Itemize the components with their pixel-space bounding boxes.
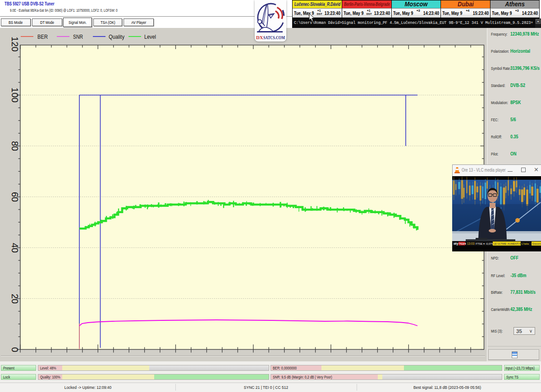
svg-text:13:03: 13:03 [467,242,475,245]
svg-text:L'Italia: L'Italia [522,242,529,245]
svg-text:0: 0 [10,347,20,352]
svg-text:FTSE ▾ -0,07%: FTSE ▾ -0,07% [476,242,494,245]
svg-text:Gravem.: Gravem. [532,242,541,245]
svg-text:Level: Level [144,34,156,40]
svg-text:TG24: TG24 [459,242,467,245]
svg-text:80: 80 [10,141,20,151]
svg-text:Quality: Quality [109,34,125,40]
svg-text:DX: DX [256,35,263,40]
svg-text:BER: BER [37,34,48,40]
svg-text:40: 40 [10,243,20,253]
svg-text:SATCS.COM: SATCS.COM [263,35,285,40]
svg-text:60: 60 [10,192,20,202]
svg-text:120: 120 [10,36,20,51]
svg-text:100: 100 [10,87,20,102]
svg-text:sky: sky [454,242,458,246]
svg-text:SNR: SNR [73,34,83,40]
svg-text:20: 20 [10,294,20,304]
